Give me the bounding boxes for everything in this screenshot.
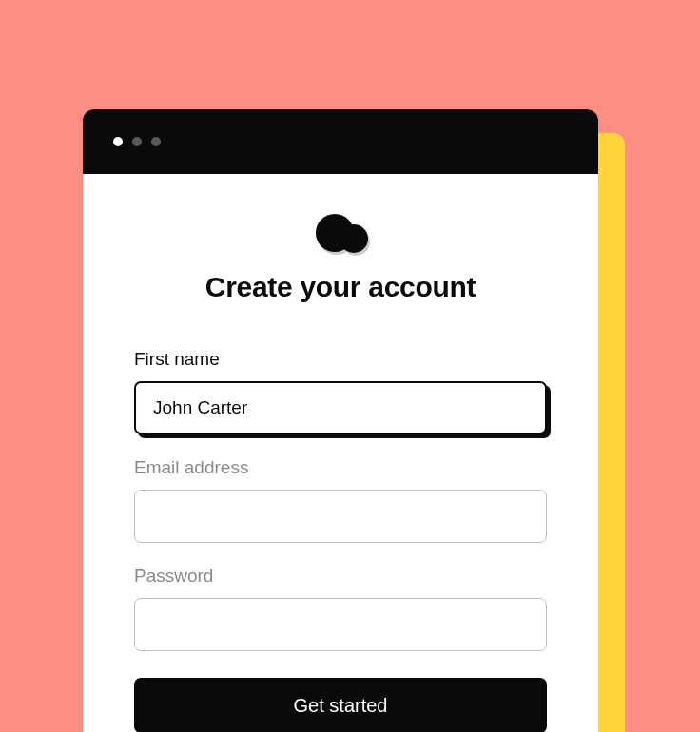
window-control-dot[interactable]: [151, 137, 161, 146]
password-group: Password: [134, 566, 547, 651]
window-control-dot[interactable]: [113, 137, 123, 146]
email-group: Email address: [134, 457, 547, 543]
first-name-input[interactable]: [134, 381, 547, 434]
browser-window: Create your account First name Email add…: [83, 109, 598, 732]
signup-form: First name Email address Password Get st…: [134, 349, 547, 732]
window-title-bar: [83, 109, 598, 174]
email-label: Email address: [134, 457, 547, 478]
get-started-button[interactable]: Get started: [134, 678, 547, 732]
page-title: Create your account: [205, 271, 476, 303]
cloud-icon: [312, 214, 369, 254]
first-name-group: First name: [134, 349, 547, 434]
first-name-label: First name: [134, 349, 547, 370]
email-input[interactable]: [134, 490, 547, 543]
form-content: Create your account First name Email add…: [83, 174, 598, 732]
password-label: Password: [134, 566, 547, 587]
password-input[interactable]: [134, 598, 547, 651]
window-control-dot[interactable]: [132, 137, 142, 146]
svg-point-1: [340, 224, 368, 253]
